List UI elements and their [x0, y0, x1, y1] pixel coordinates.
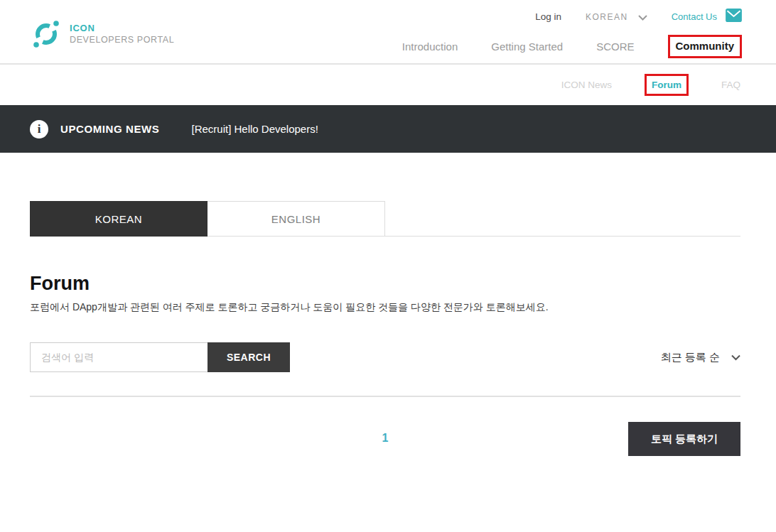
page-description: 포럼에서 DApp개발과 관련된 여러 주제로 토론하고 궁금하거나 도움이 필… [30, 301, 740, 314]
chevron-down-icon [731, 351, 740, 364]
create-topic-button[interactable]: 토픽 등록하기 [628, 422, 740, 456]
login-link[interactable]: Log in [535, 11, 561, 22]
brand-subtitle: DEVELOPERS PORTAL [70, 35, 174, 45]
banner-label: UPCOMING NEWS [60, 123, 159, 135]
annotation-box-forum: Forum [645, 74, 689, 96]
list-divider [30, 396, 740, 397]
icon-ring-logo [30, 16, 63, 53]
upcoming-news-banner[interactable]: i UPCOMING NEWS [Recruit] Hello Develope… [0, 105, 776, 153]
nav-item-getting-started[interactable]: Getting Started [491, 40, 563, 53]
chevron-down-icon [638, 11, 647, 23]
tab-english[interactable]: ENGLISH [208, 201, 385, 237]
main-nav: Introduction Getting Started SCORE Commu… [402, 35, 742, 58]
annotation-box-community: Community [668, 35, 743, 58]
search-input[interactable] [30, 342, 208, 372]
brand-name: ICON [70, 23, 174, 33]
envelope-icon [726, 9, 742, 25]
sort-select[interactable]: 최근 등록 순 [661, 351, 740, 364]
search-row: SEARCH 최근 등록 순 [30, 342, 740, 372]
subnav-item-faq[interactable]: FAQ [721, 80, 740, 90]
info-icon: i [30, 120, 48, 139]
forum-content: KOREAN ENGLISH Forum 포럼에서 DApp개발과 관련된 여러… [30, 201, 740, 456]
banner-news-title[interactable]: [Recruit] Hello Developers! [191, 123, 318, 135]
community-subnav: ICON News Forum FAQ [0, 65, 776, 105]
language-tabs: KOREAN ENGLISH [30, 201, 740, 237]
nav-item-introduction[interactable]: Introduction [402, 40, 458, 53]
subnav-item-forum[interactable]: Forum [652, 80, 681, 90]
utility-bar: Log in KOREAN Contact Us [535, 9, 742, 25]
subnav-item-icon-news[interactable]: ICON News [561, 80, 612, 90]
page-title: Forum [30, 273, 740, 295]
contact-us-label: Contact Us [672, 11, 717, 22]
sort-value: 최근 등록 순 [661, 351, 720, 364]
language-value: KOREAN [586, 12, 628, 22]
nav-item-community[interactable]: Community [676, 40, 735, 52]
logo[interactable]: ICON DEVELOPERS PORTAL [0, 4, 174, 63]
page-number-1[interactable]: 1 [382, 432, 389, 444]
contact-us-link[interactable]: Contact Us [672, 9, 742, 25]
search-button[interactable]: SEARCH [208, 342, 290, 372]
site-header: ICON DEVELOPERS PORTAL Log in KOREAN Con… [0, 0, 776, 65]
tab-korean[interactable]: KOREAN [30, 201, 208, 237]
language-select[interactable]: KOREAN [586, 11, 647, 23]
list-footer: 1 토픽 등록하기 [30, 422, 740, 456]
tabs-filler [385, 201, 740, 237]
nav-item-score[interactable]: SCORE [596, 40, 634, 53]
